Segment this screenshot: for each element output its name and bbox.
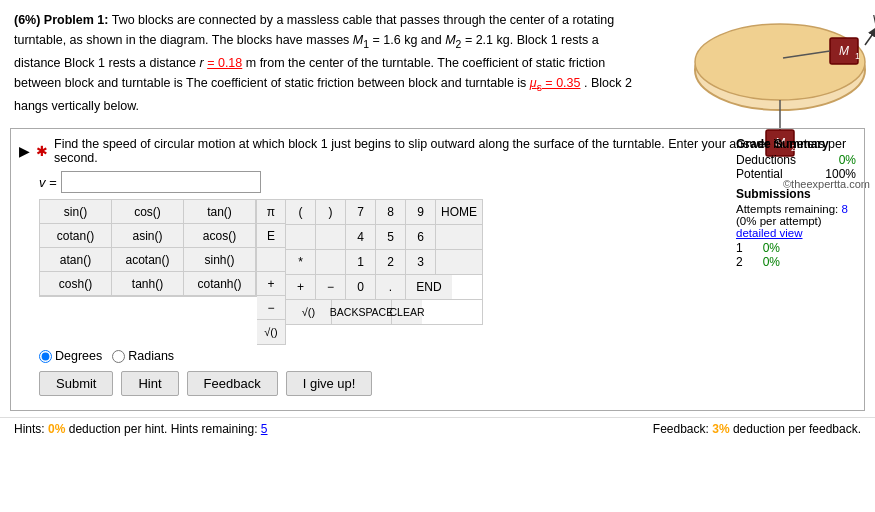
degrees-radio[interactable] [39, 350, 52, 363]
attempt2-num: 2 [736, 255, 743, 269]
three-button[interactable]: 3 [406, 250, 436, 274]
sin-button[interactable]: sin() [40, 200, 112, 224]
empty1 [286, 225, 316, 249]
two-button[interactable]: 2 [376, 250, 406, 274]
m2-label: M [445, 33, 455, 47]
attempt1-num: 1 [736, 241, 743, 255]
empty3 [436, 225, 482, 249]
tanh-button[interactable]: tanh() [112, 272, 184, 296]
dot-button[interactable]: . [376, 275, 406, 299]
six-button[interactable]: 6 [406, 225, 436, 249]
empty4 [316, 250, 346, 274]
svg-text:M: M [839, 44, 849, 58]
close-paren-button[interactable]: ) [316, 200, 346, 224]
star-icon: ✱ [36, 143, 48, 159]
expand-arrow[interactable]: ▶ [19, 143, 30, 159]
radians-radio[interactable] [112, 350, 125, 363]
deductions-label: Deductions [736, 153, 796, 167]
empty-sp1 [257, 248, 285, 272]
grade-summary-title: Grade Summary [736, 137, 856, 151]
m2-sub: 2 [456, 39, 462, 50]
feedback-pct: 3% [712, 422, 729, 436]
cotan-button[interactable]: cotan() [40, 224, 112, 248]
feedback-deduction-text: deduction per feedback. [733, 422, 861, 436]
give-up-button[interactable]: I give up! [286, 371, 373, 396]
degrees-radio-label[interactable]: Degrees [39, 349, 102, 363]
attempt2-val: 0% [763, 255, 780, 269]
multiply-button[interactable]: * [286, 250, 316, 274]
per-attempt-text: (0% per attempt) [736, 215, 856, 227]
empty5 [436, 250, 482, 274]
tan-button[interactable]: tan() [184, 200, 256, 224]
zero-button[interactable]: 0 [346, 275, 376, 299]
radians-radio-label[interactable]: Radians [112, 349, 174, 363]
r-intro: Block 1 rests a distance [64, 56, 199, 70]
m1-val: = 1.6 kg and [373, 33, 446, 47]
acotan-button[interactable]: acotan() [112, 248, 184, 272]
clear-button[interactable]: CLEAR [392, 300, 422, 324]
hints-label: Hints: [14, 422, 45, 436]
m1-label: M [353, 33, 363, 47]
hints-deduction-pct: 0% [48, 422, 65, 436]
open-paren-button[interactable]: ( [286, 200, 316, 224]
minus-np-button[interactable]: − [316, 275, 346, 299]
atan-button[interactable]: atan() [40, 248, 112, 272]
hints-deduction-label: deduction per hint. Hints remaining: [69, 422, 258, 436]
answer-input[interactable] [61, 171, 261, 193]
cosh-button[interactable]: cosh() [40, 272, 112, 296]
detailed-view-link[interactable]: detailed view [736, 227, 856, 239]
asin-button[interactable]: asin() [112, 224, 184, 248]
plus-button[interactable]: + [257, 272, 285, 296]
one-button[interactable]: 1 [346, 250, 376, 274]
cos-button[interactable]: cos() [112, 200, 184, 224]
r-label: r [200, 56, 204, 70]
acos-button[interactable]: acos() [184, 224, 256, 248]
answer-label: v = [39, 175, 57, 190]
home-button[interactable]: HOME [436, 200, 482, 224]
eight-button[interactable]: 8 [376, 200, 406, 224]
attempt1-val: 0% [763, 241, 780, 255]
minus-button[interactable]: − [257, 296, 285, 320]
end-button[interactable]: END [406, 275, 452, 299]
sqrt-np-button[interactable]: √() [286, 300, 332, 324]
radians-label: Radians [128, 349, 174, 363]
feedback-button[interactable]: Feedback [187, 371, 278, 396]
sinh-button[interactable]: sinh() [184, 248, 256, 272]
seven-button[interactable]: 7 [346, 200, 376, 224]
empty2 [316, 225, 346, 249]
hints-remaining: 5 [261, 422, 268, 436]
m1-sub: 1 [363, 39, 369, 50]
e-button[interactable]: E [257, 224, 285, 248]
potential-label: Potential [736, 167, 783, 181]
sqrt-button[interactable]: √() [257, 320, 285, 344]
plus-np-button[interactable]: + [286, 275, 316, 299]
r-val: = 0.18 [207, 56, 242, 70]
potential-val: 100% [825, 167, 856, 181]
mu-intro: The coefficient of static friction betwe… [186, 76, 530, 90]
mu-label: μs = 0.35 [530, 76, 581, 90]
submissions-title: Submissions [736, 187, 856, 201]
degrees-label: Degrees [55, 349, 102, 363]
nine-button[interactable]: 9 [406, 200, 436, 224]
five-button[interactable]: 5 [376, 225, 406, 249]
feedback-hints-label: Feedback: [653, 422, 709, 436]
pi-button[interactable]: π [257, 200, 285, 224]
grade-summary: Grade Summary Deductions 0% Potential 10… [736, 137, 856, 269]
hint-button[interactable]: Hint [121, 371, 178, 396]
cotanh-button[interactable]: cotanh() [184, 272, 256, 296]
svg-text:1: 1 [855, 51, 860, 61]
attempts-text: Attempts remaining: 8 [736, 203, 856, 215]
hints-right: Feedback: 3% deduction per feedback. [653, 422, 861, 436]
submit-button[interactable]: Submit [39, 371, 113, 396]
hints-left: Hints: 0% deduction per hint. Hints rema… [14, 422, 268, 436]
svg-line-5 [865, 28, 875, 45]
deductions-val: 0% [839, 153, 856, 167]
four-button[interactable]: 4 [346, 225, 376, 249]
backspace-button[interactable]: BACKSPACE [332, 300, 392, 324]
problem-header: (6%) Problem 1: [14, 13, 108, 27]
